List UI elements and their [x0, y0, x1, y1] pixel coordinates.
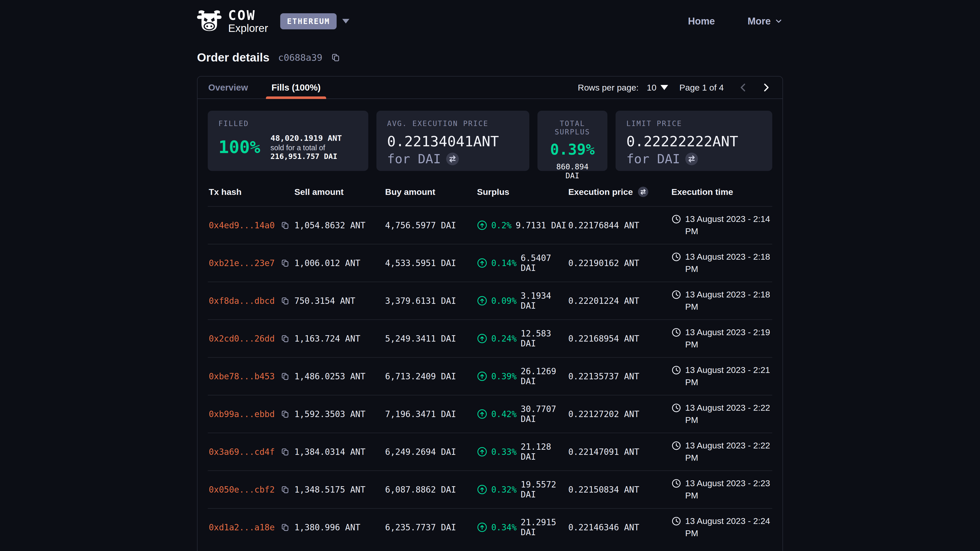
total-surplus-percent: 0.39% [550, 141, 595, 158]
surplus-cell: 0.14% 6.5407 DAI [477, 253, 568, 273]
tx-hash-link[interactable]: 0xbe78...b453 [209, 372, 275, 381]
logo-line2: Explorer [228, 23, 268, 34]
rows-per-page: Rows per page: 10 [578, 83, 668, 93]
surplus-percent: 0.33% [491, 447, 517, 457]
tx-hash-cell: 0x2cd0...26dd [209, 333, 294, 344]
col-sell-amount: Sell amount [294, 187, 385, 197]
copy-tx-hash-button[interactable] [281, 334, 290, 343]
copy-icon [281, 334, 290, 343]
execution-time-text: 13 August 2023 - 2:18 PM [685, 289, 772, 313]
copy-icon [281, 485, 290, 494]
surplus-percent: 0.34% [491, 522, 517, 532]
nav-home-link[interactable]: Home [688, 16, 715, 27]
fills-table: Tx hash Sell amount Buy amount Surplus E… [208, 184, 772, 546]
execution-price-cell: 0.22190162 ANT [568, 258, 671, 268]
surplus-percent: 0.39% [491, 372, 517, 381]
surplus-cell: 0.24% 12.583 DAI [477, 329, 568, 348]
tx-hash-link[interactable]: 0x2cd0...26dd [209, 333, 275, 344]
swap-currency-icon[interactable] [685, 152, 698, 166]
page-indicator: Page 1 of 4 [679, 83, 724, 93]
execution-time-text: 13 August 2023 - 2:22 PM [685, 440, 772, 464]
copy-tx-hash-button[interactable] [281, 523, 290, 532]
tab-overview-label: Overview [208, 83, 248, 93]
execution-time-text: 13 August 2023 - 2:14 PM [685, 213, 772, 237]
surplus-percent: 0.32% [491, 485, 517, 495]
copy-tx-hash-button[interactable] [281, 221, 290, 230]
copy-tx-hash-button[interactable] [281, 372, 290, 381]
network-badge[interactable]: ETHEREUM [280, 13, 337, 29]
buy-amount-cell: 6,249.2694 DAI [385, 447, 477, 457]
buy-amount-cell: 6,235.7737 DAI [385, 522, 477, 532]
network-selector[interactable]: ETHEREUM [280, 13, 349, 29]
summary-cards: FILLED 100% 48,020.1919 ANT sold for a t… [208, 111, 772, 171]
execution-time-cell: 13 August 2023 - 2:21 PM [671, 364, 772, 388]
fills-table-header: Tx hash Sell amount Buy amount Surplus E… [208, 184, 772, 206]
copy-tx-hash-button[interactable] [281, 259, 290, 267]
filled-detail: 48,020.1919 ANT sold for a total of 216,… [270, 133, 358, 161]
tx-hash-cell: 0xd1a2...a18e [209, 522, 294, 532]
surplus-cell: 0.09% 3.1934 DAI [477, 291, 568, 311]
buy-amount-cell: 3,379.6131 DAI [385, 296, 477, 306]
fill-row: 0xd1a2...a18e 1,380.996 ANT 6,235.7737 D… [208, 508, 772, 546]
sell-amount-cell: 1,163.724 ANT [294, 333, 385, 344]
limit-price-unit: for DAI [626, 151, 680, 166]
caret-down-icon [342, 19, 349, 24]
sell-amount-cell: 1,380.996 ANT [294, 522, 385, 532]
col-surplus: Surplus [477, 187, 568, 197]
nav-more-menu[interactable]: More [748, 16, 783, 27]
tx-hash-link[interactable]: 0x4ed9...14a0 [209, 221, 275, 230]
tx-hash-cell: 0xb99a...ebbd [209, 409, 294, 419]
invert-price-icon[interactable] [638, 186, 649, 197]
tx-hash-link[interactable]: 0xf8da...dbcd [209, 296, 275, 306]
copy-tx-hash-button[interactable] [281, 485, 290, 494]
tx-hash-link[interactable]: 0x050e...cbf2 [209, 485, 275, 495]
surplus-percent: 0.24% [491, 333, 517, 344]
rows-per-page-select[interactable]: 10 [647, 83, 668, 93]
page-chevrons [738, 82, 772, 93]
filled-sold-total: 216,951.757 DAI [270, 152, 337, 161]
tab-overview[interactable]: Overview [208, 76, 248, 98]
limit-price-label: LIMIT PRICE [626, 119, 682, 128]
title-row: Order details c0688a39 [197, 51, 783, 64]
clock-icon [671, 252, 681, 262]
surplus-percent: 0.2% [491, 221, 511, 230]
prev-page-button[interactable] [738, 82, 749, 93]
arrow-up-circle-icon [477, 522, 487, 532]
execution-time-cell: 13 August 2023 - 2:19 PM [671, 326, 772, 351]
surplus-percent: 0.09% [491, 296, 517, 306]
chevron-down-icon [774, 17, 783, 25]
rows-per-page-value: 10 [647, 83, 656, 93]
execution-time-cell: 13 August 2023 - 2:18 PM [671, 289, 772, 313]
surplus-percent: 0.14% [491, 258, 517, 268]
sell-amount-cell: 1,006.012 ANT [294, 258, 385, 268]
swap-currency-icon[interactable] [445, 152, 460, 166]
clock-icon [671, 214, 681, 224]
tab-fills[interactable]: Fills (100%) [272, 76, 321, 98]
next-page-button[interactable] [760, 82, 772, 93]
tx-hash-link[interactable]: 0xb99a...ebbd [209, 409, 275, 419]
total-surplus-label: TOTAL SURPLUS [548, 119, 597, 136]
copy-order-id-button[interactable] [331, 53, 340, 62]
nav-more-label: More [748, 16, 771, 27]
copy-tx-hash-button[interactable] [281, 410, 290, 418]
tx-hash-cell: 0x050e...cbf2 [209, 485, 294, 495]
copy-icon [281, 297, 290, 305]
clock-icon [671, 365, 681, 375]
tx-hash-link[interactable]: 0xd1a2...a18e [209, 522, 275, 532]
avg-execution-price-label: AVG. EXECUTION PRICE [387, 119, 488, 128]
copy-tx-hash-button[interactable] [281, 448, 290, 456]
tx-hash-cell: 0xf8da...dbcd [209, 296, 294, 306]
filled-percent: 100% [218, 137, 260, 157]
copy-icon [281, 523, 290, 532]
copy-icon [281, 448, 290, 456]
tx-hash-link[interactable]: 0xb21e...23e7 [209, 258, 275, 268]
surplus-amount: 21.2915 DAI [520, 517, 568, 537]
copy-tx-hash-button[interactable] [281, 297, 290, 305]
cow-explorer-logo[interactable]: COW Explorer [197, 9, 268, 34]
tx-hash-link[interactable]: 0x3a69...cd4f [209, 447, 275, 457]
app-header: COW Explorer ETHEREUM Home More [197, 0, 783, 34]
tabs: Overview Fills (100%) [208, 76, 321, 98]
execution-time-text: 13 August 2023 - 2:18 PM [685, 251, 772, 275]
limit-price-card: LIMIT PRICE 0.22222222ANT for DAI [616, 111, 772, 171]
fill-row: 0xb99a...ebbd 1,592.3503 ANT 7,196.3471 … [208, 395, 772, 433]
